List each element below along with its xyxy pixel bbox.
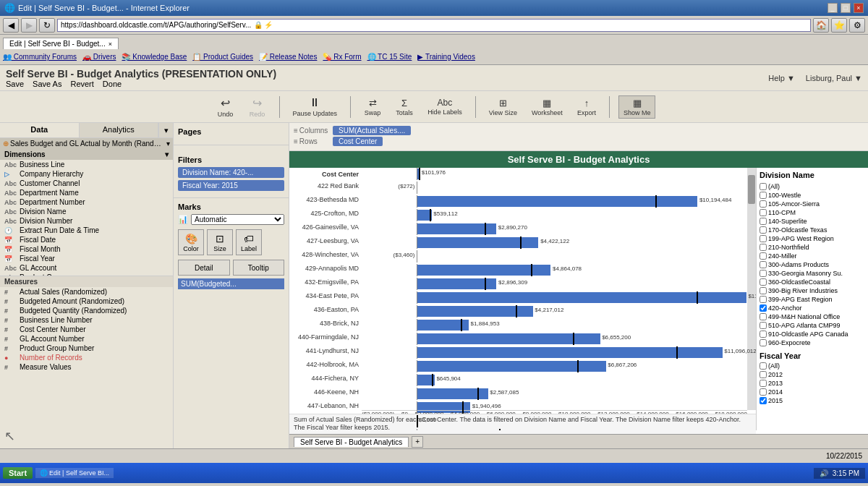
app-menu[interactable]: Save Save As Revert Done: [6, 80, 276, 88]
chart-bar-row[interactable]: $4,217,012: [362, 305, 747, 317]
back-button[interactable]: ◀: [3, 18, 19, 33]
division-checkbox-item[interactable]: 240-Miller: [760, 252, 865, 260]
show-me-button[interactable]: ▦ Show Me: [618, 95, 656, 119]
division-checkbox[interactable]: [760, 331, 767, 338]
division-checkbox-item[interactable]: 199-APG West Region: [760, 234, 865, 243]
browser-action-buttons[interactable]: 🏠 ⭐ ⚙: [813, 18, 865, 33]
hide-labels-button[interactable]: Abc Hide Labels: [423, 96, 467, 117]
division-checkbox-item[interactable]: 210-Northfield: [760, 243, 865, 252]
chart-bar-row[interactable]: $645,904: [362, 374, 747, 386]
division-checkbox[interactable]: [760, 278, 767, 286]
division-checkbox-item[interactable]: 510-APG Atlanta CMP99: [760, 321, 865, 330]
maximize-button[interactable]: □: [841, 3, 851, 13]
chart-bar-row[interactable]: $101,976: [362, 168, 747, 180]
dim-fiscal-month[interactable]: 📅Fiscal Month: [0, 244, 173, 254]
refresh-button[interactable]: ↻: [39, 18, 55, 33]
bookmark-release-notes[interactable]: 📝 Release Notes: [259, 53, 317, 61]
division-checkbox[interactable]: [760, 218, 767, 225]
done-menu-item[interactable]: Done: [103, 80, 122, 88]
division-checkbox[interactable]: [760, 200, 767, 208]
marks-sum-field[interactable]: SUM(Budgeted...: [178, 278, 284, 289]
worksheet-button[interactable]: ▦ Worksheet: [527, 96, 567, 118]
fiscal-year-checkbox-item[interactable]: 2013: [760, 379, 865, 388]
analytics-tab[interactable]: Analytics: [80, 123, 159, 137]
dim-department-number[interactable]: AbcDepartment Number: [0, 197, 173, 207]
dim-gl-account[interactable]: AbcGL Account: [0, 263, 173, 273]
add-sheet-button[interactable]: +: [412, 436, 423, 448]
minimize-button[interactable]: _: [827, 3, 838, 13]
tab-close-icon[interactable]: ×: [109, 40, 112, 48]
division-checkbox-item[interactable]: 105-Amcor-Sierra: [760, 200, 865, 208]
measure-measure-values[interactable]: #Measure Values: [0, 362, 173, 372]
scrollbar-thumb[interactable]: [748, 175, 755, 204]
chart-bar-row[interactable]: $6,655,200: [362, 333, 747, 345]
division-checkbox-item[interactable]: 390-Big River Industries: [760, 286, 865, 295]
division-checkbox[interactable]: [760, 192, 767, 199]
measure-cost-center-number[interactable]: #Cost Center Number: [0, 325, 173, 334]
division-checkbox-item[interactable]: (All): [760, 182, 865, 191]
swap-button[interactable]: ⇄ Swap: [359, 96, 386, 118]
tools-button[interactable]: ⚙: [849, 18, 865, 33]
division-checkbox-item[interactable]: 910-Oldcastle APG Canada: [760, 330, 865, 338]
division-checkbox[interactable]: [760, 287, 767, 294]
bookmark-tc15-site[interactable]: 🌐 TC 15 Site: [367, 53, 412, 61]
division-checkbox[interactable]: [760, 183, 767, 190]
bookmark-product-guides[interactable]: 📋 Product Guides: [192, 53, 253, 61]
help-link[interactable]: Help ▼: [768, 74, 795, 82]
fiscal-year-checkbox-item[interactable]: (All): [760, 362, 865, 370]
division-checkbox-item[interactable]: 140-Superlite: [760, 217, 865, 226]
fiscal-year-checkbox[interactable]: [760, 371, 767, 378]
division-checkbox[interactable]: [760, 296, 767, 303]
division-checkbox-item[interactable]: 110-CPM: [760, 208, 865, 217]
favorites-button[interactable]: ⭐: [831, 18, 847, 33]
division-checkbox[interactable]: [760, 270, 767, 277]
division-checkbox-item[interactable]: 399-APG East Region: [760, 295, 865, 304]
fiscal-year-checkbox[interactable]: [760, 397, 767, 404]
close-button[interactable]: ×: [854, 3, 864, 13]
view-size-button[interactable]: ⊞ View Size: [485, 96, 522, 118]
save-as-menu-item[interactable]: Save As: [33, 80, 61, 88]
fiscal-year-checkbox[interactable]: [760, 362, 767, 370]
address-bar[interactable]: https://dashboard.oldcastle.com/t/APG/au…: [57, 19, 811, 32]
bookmark-training-videos[interactable]: ▶ Training Videos: [417, 53, 475, 61]
chart-bar-row[interactable]: $10,194,484: [362, 195, 747, 208]
division-checkbox[interactable]: [760, 209, 767, 216]
chart-bar-row[interactable]: $4,864,078: [362, 264, 747, 276]
chart-bar-row[interactable]: $2,896,309: [362, 278, 747, 290]
chart-bar-row[interactable]: $2,587,085: [362, 388, 747, 400]
start-button[interactable]: Start: [3, 467, 33, 479]
bookmark-community-forums[interactable]: 👥 Community Forums: [3, 53, 77, 61]
forward-button[interactable]: ▶: [21, 18, 37, 33]
dim-division-number[interactable]: AbcDivision Number: [0, 216, 173, 226]
fiscal-year-checkbox-item[interactable]: 2012: [760, 370, 865, 379]
dim-division-name[interactable]: AbcDivision Name: [0, 207, 173, 216]
panel-tabs[interactable]: Data Analytics ▾: [0, 123, 173, 138]
export-button[interactable]: ↑ Export: [573, 96, 600, 118]
fiscal-year-checkbox[interactable]: [760, 380, 767, 387]
chart-bar-row[interactable]: ($272): [362, 182, 747, 194]
chart-scrollbar[interactable]: [747, 168, 756, 410]
division-checkbox-item[interactable]: 300-Adams Products: [760, 260, 865, 269]
active-tab[interactable]: Edit | Self Serve BI - Budget... ×: [3, 38, 119, 49]
save-menu-item[interactable]: Save: [6, 80, 24, 88]
data-tab[interactable]: Data: [0, 123, 80, 137]
division-checkbox[interactable]: [760, 339, 767, 346]
color-button[interactable]: 🎨 Color: [178, 229, 204, 255]
pause-updates-button[interactable]: ⏸ Pause Updates: [289, 95, 342, 119]
dim-customer-channel[interactable]: AbcCustomer Channel: [0, 179, 173, 188]
filter-fiscal-year[interactable]: Fiscal Year: 2015: [178, 180, 284, 191]
revert-menu-item[interactable]: Revert: [70, 80, 93, 88]
home-button[interactable]: 🏠: [813, 18, 829, 33]
columns-pill[interactable]: SUM(Actual Sales....: [333, 126, 411, 135]
chart-bar-row[interactable]: $6,867,206: [362, 360, 747, 372]
division-checkbox-item[interactable]: 360-OldcastleCoastal: [760, 278, 865, 286]
dim-department-name[interactable]: AbcDepartment Name: [0, 188, 173, 197]
division-checkbox-item[interactable]: 420-Anchor: [760, 304, 865, 312]
chart-bar-row[interactable]: $11,096,012: [362, 346, 747, 359]
size-button[interactable]: ⊡ Size: [207, 229, 233, 255]
division-checkbox-item[interactable]: 170-Oldcastle Texas: [760, 226, 865, 234]
taskbar-ie-icon[interactable]: 🌐 Edit | Self Serve BI...: [35, 468, 114, 478]
sheet-tab[interactable]: Self Serve BI - Budget Analytics: [294, 437, 409, 447]
division-checkbox-item[interactable]: 100-Westle: [760, 191, 865, 200]
division-checkbox-item[interactable]: 960-Expocrete: [760, 338, 865, 347]
